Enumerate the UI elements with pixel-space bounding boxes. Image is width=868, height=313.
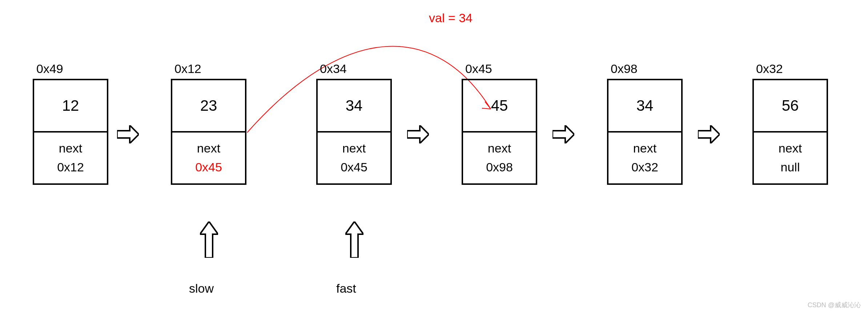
node-next-cell: next 0x98 xyxy=(463,133,536,183)
node-val: 34 xyxy=(318,80,390,133)
node-box: 56 next null xyxy=(752,79,828,185)
next-label: next xyxy=(633,140,656,157)
node-4: 0x98 34 next 0x32 xyxy=(607,62,680,185)
node-box: 23 next 0x45 xyxy=(171,79,246,185)
node-next-cell: next 0x12 xyxy=(34,133,107,183)
next-value: 0x45 xyxy=(341,159,367,176)
node-box: 34 next 0x45 xyxy=(316,79,392,185)
node-box: 12 next 0x12 xyxy=(33,79,108,185)
skip-curve-svg xyxy=(0,0,868,313)
node-2: 0x34 34 next 0x45 xyxy=(316,62,389,185)
next-value: 0x12 xyxy=(57,159,84,176)
next-value: 0x98 xyxy=(486,159,513,176)
next-label: next xyxy=(197,140,220,157)
node-next-cell: next 0x45 xyxy=(172,133,245,183)
node-next-cell: next null xyxy=(754,133,827,183)
node-0: 0x49 12 next 0x12 xyxy=(33,62,105,185)
slow-label: slow xyxy=(189,281,214,296)
node-5: 0x32 56 next null xyxy=(752,62,825,185)
node-address: 0x12 xyxy=(171,62,244,76)
next-label: next xyxy=(59,140,82,157)
next-value: 0x32 xyxy=(631,159,658,176)
arrow-icon xyxy=(698,125,720,143)
node-box: 34 next 0x32 xyxy=(607,79,683,185)
fast-label: fast xyxy=(336,281,356,296)
node-3: 0x45 45 next 0x98 xyxy=(462,62,534,185)
up-arrow-icon xyxy=(200,221,218,258)
node-address: 0x49 xyxy=(33,62,105,76)
watermark: CSDN @威威沁沁 xyxy=(808,301,861,309)
node-val: 34 xyxy=(608,80,681,133)
node-val: 56 xyxy=(754,80,827,133)
val-annotation: val = 34 xyxy=(429,11,473,25)
node-address: 0x32 xyxy=(752,62,825,76)
node-val: 23 xyxy=(172,80,245,133)
arrow-icon xyxy=(552,125,574,143)
node-1: 0x12 23 next 0x45 xyxy=(171,62,244,185)
next-value: null xyxy=(781,159,800,176)
up-arrow-icon xyxy=(345,221,363,258)
arrow-icon xyxy=(407,125,429,143)
node-val: 12 xyxy=(34,80,107,133)
next-label: next xyxy=(342,140,366,157)
node-val: 45 xyxy=(463,80,536,133)
node-next-cell: next 0x32 xyxy=(608,133,681,183)
node-next-cell: next 0x45 xyxy=(318,133,390,183)
node-address: 0x98 xyxy=(607,62,680,76)
next-label: next xyxy=(488,140,511,157)
node-address: 0x45 xyxy=(462,62,534,76)
next-label: next xyxy=(779,140,802,157)
next-value: 0x45 xyxy=(195,159,222,176)
arrow-icon xyxy=(117,125,139,143)
node-box: 45 next 0x98 xyxy=(462,79,537,185)
node-address: 0x34 xyxy=(316,62,389,76)
